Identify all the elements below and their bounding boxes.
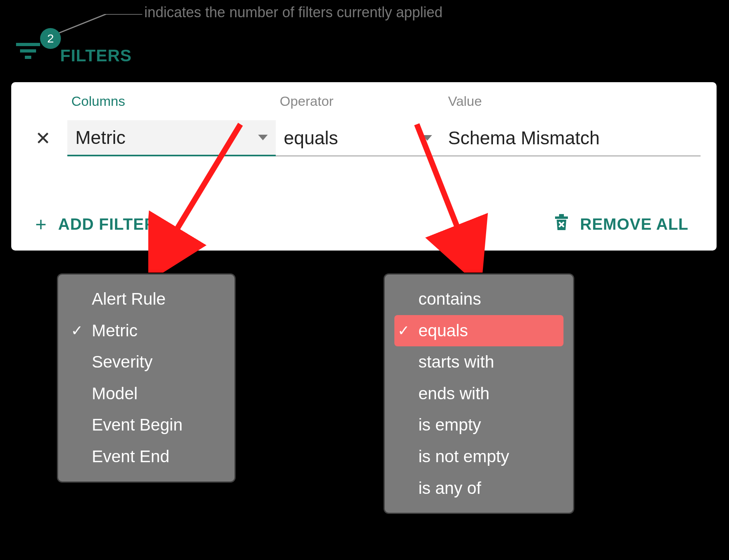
filter-panel: Columns Operator Value ✕ Metric equals S… — [11, 82, 717, 251]
dropdown-item-label: is any of — [418, 479, 481, 497]
columns-label: Columns — [71, 93, 280, 109]
operators-dropdown-item[interactable]: ✓equals — [394, 315, 563, 347]
operators-dropdown-item[interactable]: starts with — [394, 346, 563, 378]
dropdown-item-label: Event Begin — [92, 415, 183, 434]
operator-label: Operator — [280, 93, 448, 109]
svg-line-11 — [417, 124, 469, 257]
add-filter-button[interactable]: + ADD FILTER — [35, 213, 156, 235]
svg-rect-1 — [20, 49, 36, 53]
columns-dropdown-item[interactable]: Event End — [68, 441, 225, 473]
operators-dropdown-item[interactable]: contains — [394, 283, 563, 315]
dropdown-item-label: Metric — [92, 321, 137, 340]
remove-filter-button[interactable]: ✕ — [35, 127, 67, 149]
operators-dropdown: contains✓equalsstarts withends withis em… — [385, 275, 573, 513]
dropdown-item-label: Model — [92, 384, 137, 403]
columns-dropdown-item[interactable]: Event Begin — [68, 409, 225, 441]
arrow-annotation-icon — [148, 120, 248, 273]
dropdown-item-label: contains — [418, 289, 481, 308]
operators-dropdown-item[interactable]: ends with — [394, 378, 563, 410]
annotation-text: indicates the number of filters currentl… — [144, 4, 442, 21]
operators-dropdown-item[interactable]: is not empty — [394, 441, 563, 473]
plus-icon: + — [35, 213, 47, 235]
check-icon: ✓ — [398, 321, 410, 340]
dropdown-item-label: ends with — [418, 384, 489, 403]
columns-dropdown-item[interactable]: Severity — [68, 346, 225, 378]
check-icon: ✓ — [71, 321, 83, 340]
filters-label[interactable]: FILTERS — [60, 46, 132, 65]
dropdown-item-label: Alert Rule — [92, 289, 166, 308]
svg-line-10 — [160, 124, 240, 257]
dropdown-item-label: equals — [418, 321, 468, 340]
filter-count-badge: 2 — [40, 28, 61, 49]
dropdown-item-label: Severity — [92, 352, 153, 371]
filter-icon[interactable] — [16, 42, 42, 63]
svg-rect-6 — [555, 216, 568, 219]
remove-all-button[interactable]: REMOVE ALL — [553, 213, 689, 235]
operators-dropdown-item[interactable]: is empty — [394, 409, 563, 441]
chevron-down-icon — [258, 135, 268, 140]
dropdown-item-label: is empty — [418, 415, 481, 434]
dropdown-item-label: starts with — [418, 352, 494, 371]
svg-rect-2 — [25, 56, 31, 59]
svg-rect-7 — [559, 214, 564, 216]
annotation-connector-line — [58, 14, 142, 34]
operator-select-value: equals — [284, 127, 338, 149]
columns-dropdown-item[interactable]: Model — [68, 378, 225, 410]
svg-rect-0 — [16, 43, 40, 46]
operators-dropdown-item[interactable]: is any of — [394, 473, 563, 504]
value-label: Value — [448, 93, 482, 109]
dropdown-item-label: Event End — [92, 447, 170, 466]
trash-icon — [553, 213, 569, 235]
dropdown-item-label: is not empty — [418, 447, 509, 466]
columns-dropdown-item[interactable]: ✓Metric — [68, 315, 225, 347]
column-select-value: Metric — [75, 127, 125, 148]
add-filter-label: ADD FILTER — [58, 215, 156, 233]
columns-dropdown-item[interactable]: Alert Rule — [68, 283, 225, 315]
remove-all-label: REMOVE ALL — [580, 215, 689, 233]
filter-row: ✕ Metric equals Schema Mismatch — [35, 118, 701, 158]
arrow-annotation-icon — [409, 120, 489, 273]
columns-dropdown: Alert Rule✓MetricSeverityModelEvent Begi… — [58, 275, 234, 481]
